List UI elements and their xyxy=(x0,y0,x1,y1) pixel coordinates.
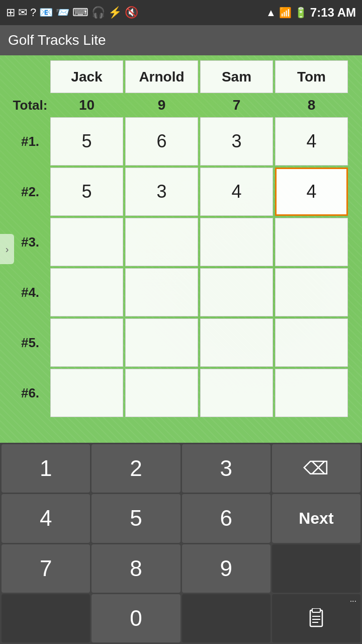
total-arnold: 9 xyxy=(125,95,198,115)
score-row-5: #5. xyxy=(10,318,357,367)
key-7[interactable]: 7 xyxy=(2,544,90,593)
row-label-2: #2. xyxy=(10,184,50,200)
wifi-question-icon: ? xyxy=(30,6,36,19)
score-sam-4[interactable] xyxy=(200,268,273,316)
key-1[interactable]: 1 xyxy=(2,444,90,493)
next-button[interactable]: Next xyxy=(272,494,360,542)
svg-rect-1 xyxy=(312,608,320,612)
score-sam-2[interactable]: 4 xyxy=(200,168,273,216)
add-icon: ⊞ xyxy=(6,6,15,19)
score-arnold-6[interactable] xyxy=(125,369,198,417)
row-label-6: #6. xyxy=(10,385,50,401)
key-0[interactable]: 0 xyxy=(92,594,180,642)
score-jack-1[interactable]: 5 xyxy=(50,117,123,166)
score-arnold-5[interactable] xyxy=(125,318,198,367)
score-row-6: #6. xyxy=(10,369,357,417)
score-sam-1[interactable]: 3 xyxy=(200,117,273,166)
key-5[interactable]: 5 xyxy=(92,494,180,542)
headphone-icon: 🎧 xyxy=(92,6,105,19)
signal-icon: 📶 xyxy=(279,7,292,19)
title-bar: Golf Tracks Lite xyxy=(0,25,362,55)
score-arnold-1[interactable]: 6 xyxy=(125,117,198,166)
backspace-icon: ⌫ xyxy=(303,458,329,479)
clipboard-button[interactable]: ··· xyxy=(272,594,360,642)
totals-row: Total: 10 9 7 8 xyxy=(10,95,357,115)
player-headers: Jack Arnold Sam Tom xyxy=(50,60,357,93)
score-sam-6[interactable] xyxy=(200,369,273,417)
score-row-4: #4. xyxy=(10,268,357,316)
total-jack: 10 xyxy=(50,95,123,115)
total-label: Total: xyxy=(10,98,50,113)
key-2[interactable]: 2 xyxy=(92,444,180,493)
score-arnold-4[interactable] xyxy=(125,268,198,316)
email2-icon: 📧 xyxy=(39,6,53,19)
status-bar: ⊞ ✉ ? 📧 📨 ⌨ 🎧 ⚡ 🔇 ▲ 📶 🔋 7:13 AM xyxy=(0,0,362,25)
score-row-3: #3. xyxy=(10,218,357,266)
key-3[interactable]: 3 xyxy=(182,444,270,493)
key-empty-3 xyxy=(182,594,270,642)
player-sam: Sam xyxy=(200,60,273,93)
time-display: 7:13 AM xyxy=(310,6,356,20)
score-sam-5[interactable] xyxy=(200,318,273,367)
grid-container: Jack Arnold Sam Tom Total: 10 9 7 8 #1. … xyxy=(10,60,357,419)
key-9[interactable]: 9 xyxy=(182,544,270,593)
app-title: Golf Tracks Lite xyxy=(8,32,106,48)
player-tom: Tom xyxy=(275,60,348,93)
key-6[interactable]: 6 xyxy=(182,494,270,542)
row-label-4: #4. xyxy=(10,285,50,300)
email3-icon: 📨 xyxy=(56,6,69,19)
score-arnold-3[interactable] xyxy=(125,218,198,266)
key-8[interactable]: 8 xyxy=(92,544,180,593)
key-4[interactable]: 4 xyxy=(2,494,90,542)
score-jack-6[interactable] xyxy=(50,369,123,417)
status-right: ▲ 📶 🔋 7:13 AM xyxy=(266,6,356,20)
clipboard-icon xyxy=(307,608,325,628)
score-tom-4[interactable] xyxy=(275,268,348,316)
score-jack-2[interactable]: 5 xyxy=(50,168,123,216)
total-tom: 8 xyxy=(275,95,348,115)
row-label-1: #1. xyxy=(10,134,50,149)
muted-icon: 🔇 xyxy=(125,6,138,19)
wifi-icon: ▲ xyxy=(266,7,276,19)
score-tom-6[interactable] xyxy=(275,369,348,417)
player-arnold: Arnold xyxy=(125,60,198,93)
score-jack-3[interactable] xyxy=(50,218,123,266)
keypad: 1 2 3 ⌫ 4 5 6 Next 7 8 9 0 ··· xyxy=(0,443,362,644)
email-icon: ✉ xyxy=(18,6,27,19)
row-label-3: #3. xyxy=(10,234,50,250)
status-icons-left: ⊞ ✉ ? 📧 📨 ⌨ 🎧 ⚡ 🔇 xyxy=(6,6,138,19)
score-jack-5[interactable] xyxy=(50,318,123,367)
score-tom-3[interactable] xyxy=(275,218,348,266)
player-jack: Jack xyxy=(50,60,123,93)
score-row-2: #2. 5 3 4 4 xyxy=(10,168,357,216)
score-jack-4[interactable] xyxy=(50,268,123,316)
key-empty-1 xyxy=(272,544,360,593)
score-tom-2-active[interactable]: 4 xyxy=(275,168,348,216)
score-sam-3[interactable] xyxy=(200,218,273,266)
battery-icon: 🔋 xyxy=(295,7,307,19)
score-tom-1[interactable]: 4 xyxy=(275,117,348,166)
bluetooth-icon: ⚡ xyxy=(108,6,122,19)
backspace-button[interactable]: ⌫ xyxy=(272,444,360,493)
score-tom-5[interactable] xyxy=(275,318,348,367)
score-row-1: #1. 5 6 3 4 xyxy=(10,117,357,166)
golf-area: › Jack Arnold Sam Tom Total: 10 9 7 8 #1… xyxy=(0,55,362,443)
key-empty-2 xyxy=(2,594,90,642)
keyboard-icon: ⌨ xyxy=(72,6,88,19)
row-label-5: #5. xyxy=(10,335,50,351)
total-sam: 7 xyxy=(200,95,273,115)
score-arnold-2[interactable]: 3 xyxy=(125,168,198,216)
